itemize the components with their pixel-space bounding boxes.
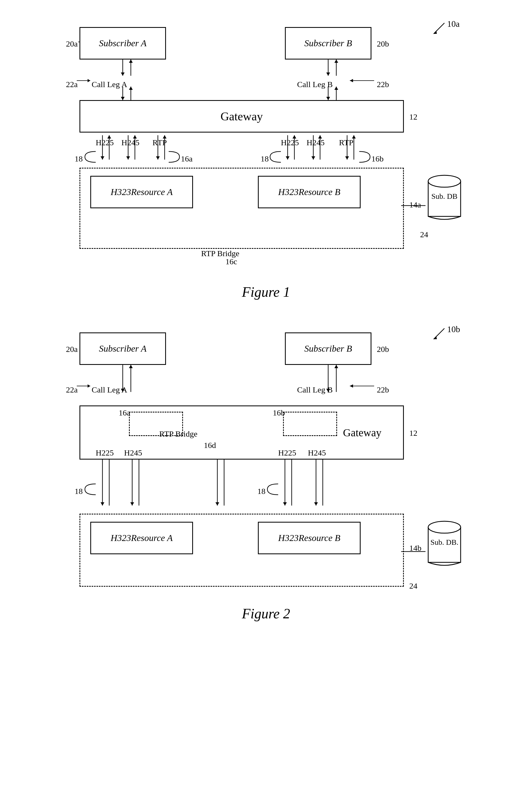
ref-10b-arrow xyxy=(431,326,458,342)
diagram-fig1: 10a Subscriber A 20a Subscriber B 20b Ca… xyxy=(63,16,469,276)
svg-point-51 xyxy=(428,175,461,187)
svg-marker-12 xyxy=(326,73,330,76)
subscriber-a-box-fig2: Subscriber A xyxy=(79,332,166,365)
h225-label-1-fig1: H225 xyxy=(96,138,114,147)
gateway-box-fig1: Gateway xyxy=(79,100,404,132)
ref-18-2-fig2: 18 xyxy=(258,486,265,496)
resource-b-label-fig1: H323Resource B xyxy=(278,187,340,197)
callLegA-arrow-fig2 xyxy=(63,381,93,391)
subdb-line-fig1 xyxy=(401,203,425,208)
svg-marker-8 xyxy=(121,73,125,76)
callLegB-arrow-fig2 xyxy=(347,381,380,391)
svg-marker-62 xyxy=(129,365,133,368)
ref-18-1-fig2: 18 xyxy=(75,486,83,496)
ref-24-fig2: 24 xyxy=(409,581,417,590)
svg-marker-24 xyxy=(100,156,104,160)
svg-marker-16 xyxy=(121,97,125,100)
ref-10a-arrow xyxy=(431,20,458,37)
rtp-bridge-label-fig1: RTP Bridge xyxy=(201,249,239,258)
h245-label-1-fig2: H245 xyxy=(124,448,142,457)
svg-marker-4 xyxy=(88,79,90,82)
ref-16c-fig1: 16c xyxy=(225,257,237,266)
svg-marker-22 xyxy=(335,87,338,90)
figure-1-label: Figure 1 xyxy=(50,284,482,300)
call-leg-b-label-fig1: Call Leg B xyxy=(297,80,333,89)
resource-a-box-fig2: H323Resource A xyxy=(90,522,193,554)
sub-db-label-fig2: Sub. DB. xyxy=(428,538,461,547)
dashed-16b-fig2 xyxy=(283,412,337,436)
ref-24-fig1: 24 xyxy=(420,230,428,239)
h245-label-2-fig2: H245 xyxy=(308,448,326,457)
svg-marker-66 xyxy=(335,365,338,368)
svg-marker-85 xyxy=(215,502,219,505)
call-leg-a-label-fig2: Call Leg A xyxy=(92,385,127,394)
h225-label-2-fig2: H225 xyxy=(278,448,296,457)
svg-marker-54 xyxy=(434,336,437,339)
subdb-line-fig2 xyxy=(401,549,425,554)
callLegB-arrow-fig1 xyxy=(347,76,380,85)
ref-18-2-fig1: 18 xyxy=(261,154,269,163)
rtp-bridge-label-fig2: RTP Bridge xyxy=(159,429,197,439)
svg-marker-18 xyxy=(129,87,133,90)
ref-16a-fig2: 16a xyxy=(119,408,130,417)
svg-marker-44 xyxy=(345,156,349,160)
subscriber-a-label-fig2: Subscriber A xyxy=(99,344,147,354)
figure-2-label: Figure 2 xyxy=(50,606,482,622)
figure-1-section: 10a Subscriber A 20a Subscriber B 20b Ca… xyxy=(50,16,482,300)
resource-b-label-fig2: H323Resource B xyxy=(278,533,340,543)
resource-b-box-fig2: H323Resource B xyxy=(258,522,361,554)
svg-marker-14 xyxy=(335,59,338,63)
svg-marker-1 xyxy=(434,31,437,34)
resource-b-box-fig1: H323Resource B xyxy=(258,176,361,208)
resource-a-label-fig2: H323Resource A xyxy=(111,533,172,543)
ref-20a-line-fig1 xyxy=(63,16,85,49)
ref-20a-fig2: 20a xyxy=(66,345,78,354)
rtp-label-1-fig1: RTP xyxy=(152,138,167,147)
svg-marker-56 xyxy=(88,384,90,388)
h225-label-1-fig2: H225 xyxy=(96,448,114,457)
subscriber-a-box-fig1: Subscriber A xyxy=(79,27,166,59)
ref-16a-fig1: 16a xyxy=(181,154,192,163)
svg-marker-10 xyxy=(129,59,133,63)
resource-a-label-fig1: H323Resource A xyxy=(111,187,172,197)
svg-marker-36 xyxy=(286,156,289,160)
svg-marker-32 xyxy=(156,156,160,160)
sub-db-label-fig1: Sub. DB xyxy=(428,192,461,201)
svg-marker-58 xyxy=(350,384,353,388)
figure-2-section: 10b Subscriber A 20a Subscriber B 20b Ca… xyxy=(50,321,482,622)
call-leg-b-label-fig2: Call Leg B xyxy=(297,385,333,394)
gateway-label-fig2: Gateway xyxy=(343,426,381,439)
h225-label-2-fig1: H225 xyxy=(281,138,299,147)
ref-12-fig2: 12 xyxy=(409,428,417,438)
subscriber-b-label-fig1: Subscriber B xyxy=(304,38,352,49)
resource-a-box-fig1: H323Resource A xyxy=(90,176,193,208)
ref-20b-fig2: 20b xyxy=(377,345,389,354)
ref-16d-fig2: 16d xyxy=(204,441,216,450)
svg-marker-28 xyxy=(126,156,130,160)
page-container: 10a Subscriber A 20a Subscriber B 20b Ca… xyxy=(0,0,532,660)
subscriber-b-box-fig1: Subscriber B xyxy=(285,27,372,59)
svg-marker-6 xyxy=(350,79,353,82)
gateway-label-fig1: Gateway xyxy=(221,110,263,123)
subscriber-b-box-fig2: Subscriber B xyxy=(285,332,372,365)
svg-point-89 xyxy=(428,521,461,533)
h245-label-1-fig1: H245 xyxy=(121,138,139,147)
diagram-fig2: 10b Subscriber A 20a Subscriber B 20b Ca… xyxy=(63,321,469,597)
ref-20b-fig1: 20b xyxy=(377,39,389,49)
callLegA-arrow-fig1 xyxy=(63,76,93,85)
ref-18-1-fig1: 18 xyxy=(75,154,83,163)
svg-marker-68 xyxy=(100,502,104,505)
ref-12-fig1: 12 xyxy=(409,112,417,122)
h245-label-2-fig1: H245 xyxy=(307,138,325,147)
svg-marker-80 xyxy=(314,502,318,505)
subscriber-b-label-fig2: Subscriber B xyxy=(304,344,352,354)
ref-16b-fig1: 16b xyxy=(372,154,384,163)
svg-marker-20 xyxy=(326,97,330,100)
svg-marker-40 xyxy=(311,156,315,160)
subscriber-a-label-fig1: Subscriber A xyxy=(99,38,147,49)
svg-marker-72 xyxy=(130,502,134,505)
ref-16b-fig2: 16b xyxy=(273,408,285,417)
svg-marker-76 xyxy=(283,502,287,505)
call-leg-a-label-fig1: Call Leg A xyxy=(92,80,127,89)
rtp-label-2-fig1: RTP xyxy=(339,138,353,147)
